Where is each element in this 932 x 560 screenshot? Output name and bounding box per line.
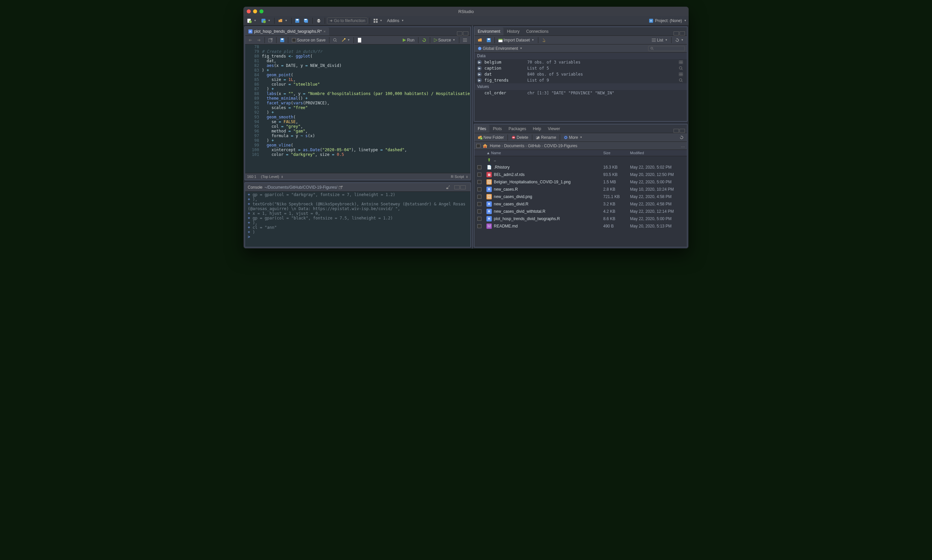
delete-button[interactable]: Delete: [510, 134, 529, 140]
env-item[interactable]: ▶dat840 obs. of 5 variables: [474, 71, 687, 77]
code-tools-button[interactable]: ▼: [340, 37, 351, 43]
scope-selector[interactable]: (Top Level) ⇕: [261, 175, 284, 178]
maximize-window-icon[interactable]: [259, 9, 264, 13]
breadcrumb-item[interactable]: Documents: [504, 143, 525, 148]
file-row[interactable]: R plot_hosp_trends_divid_twographs.R8.6 …: [474, 215, 687, 223]
select-all-checkbox[interactable]: [476, 144, 480, 148]
file-type-selector[interactable]: R Script ⇕: [451, 175, 468, 178]
expand-icon[interactable]: ▶: [477, 72, 482, 77]
file-checkbox[interactable]: [477, 172, 481, 177]
addins-dropdown[interactable]: Addins▼: [385, 17, 406, 24]
close-window-icon[interactable]: [247, 9, 251, 13]
tab-viewer[interactable]: Viewer: [544, 125, 563, 133]
save-file-button[interactable]: [279, 37, 285, 43]
clear-workspace-button[interactable]: [541, 37, 548, 43]
file-row[interactable]: R new_cases_divid.R3.2 KBMay 22, 2020, 4…: [474, 200, 687, 208]
breadcrumb-item[interactable]: Home: [490, 143, 500, 148]
view-mode-selector[interactable]: List▼: [650, 37, 669, 43]
save-workspace-button[interactable]: [485, 37, 492, 43]
expand-icon[interactable]: ▶: [477, 60, 482, 65]
save-all-button[interactable]: [302, 18, 310, 24]
file-row[interactable]: ▦ BEL_adm2.sf.rds93.5 KBMay 20, 2020, 12…: [474, 171, 687, 178]
rerun-button[interactable]: [421, 37, 427, 43]
window-controls[interactable]: [247, 9, 264, 13]
clear-console-icon[interactable]: [446, 185, 450, 190]
env-search-input[interactable]: [648, 46, 685, 51]
import-dataset-button[interactable]: Import Dataset▼: [497, 37, 535, 43]
tab-help[interactable]: Help: [529, 125, 545, 133]
file-checkbox[interactable]: [477, 187, 481, 191]
console-output[interactable]: + gp = gpar(col = "darkgray", fontsize =…: [245, 192, 471, 247]
breadcrumb-item[interactable]: GitHub: [528, 143, 540, 148]
minimize-files-icon[interactable]: [674, 129, 679, 133]
source-on-save-toggle[interactable]: Source on Save: [290, 37, 327, 43]
refresh-files-button[interactable]: [678, 135, 685, 140]
file-row[interactable]: R new_cases_divid_withtotal.R4.2 KBMay 2…: [474, 208, 687, 215]
goto-file-function[interactable]: Go to file/function: [327, 17, 367, 24]
save-button[interactable]: [293, 18, 301, 24]
new-folder-button[interactable]: +New Folder: [476, 134, 505, 140]
minimize-pane-icon[interactable]: [457, 31, 462, 35]
close-tab-icon[interactable]: ×: [323, 29, 326, 34]
inspect-icon[interactable]: [679, 66, 684, 70]
project-menu[interactable]: R Project: (None)▼: [649, 18, 687, 23]
file-row[interactable]: 📄 .Rhistory16.3 KBMay 22, 2020, 5:02 PM: [474, 163, 687, 171]
inspect-icon[interactable]: [679, 78, 684, 82]
file-checkbox[interactable]: [477, 195, 481, 199]
find-replace-button[interactable]: [332, 37, 338, 43]
tab-history[interactable]: History: [503, 28, 523, 35]
rename-button[interactable]: Rename: [535, 134, 557, 140]
view-data-icon[interactable]: [679, 60, 684, 64]
maximize-files-icon[interactable]: [680, 129, 685, 133]
expand-icon[interactable]: ▶: [477, 66, 482, 71]
col-name-header[interactable]: ▲ Name: [485, 151, 603, 155]
code-editor[interactable]: 7879# Create plot in dutch/fr80fig_trend…: [245, 45, 471, 173]
source-tab[interactable]: R plot_hosp_trends_divid_twographs.R* ×: [245, 28, 329, 35]
minimize-window-icon[interactable]: [253, 9, 257, 13]
tab-files[interactable]: Files: [474, 125, 489, 133]
refresh-env-button[interactable]: ▼: [674, 37, 685, 43]
maximize-console-icon[interactable]: [460, 185, 466, 189]
col-modified-header[interactable]: Modified: [630, 151, 687, 155]
breadcrumb-more-icon[interactable]: …: [681, 143, 685, 148]
load-workspace-button[interactable]: [476, 37, 484, 43]
minimize-console-icon[interactable]: [454, 185, 460, 189]
file-checkbox[interactable]: [477, 224, 481, 228]
env-item[interactable]: ▶captionList of 5: [474, 65, 687, 71]
new-file-button[interactable]: +▼: [245, 17, 258, 24]
file-row[interactable]: 🖼 new_cases_divid.png721.1 KBMay 22, 202…: [474, 193, 687, 200]
print-button[interactable]: [315, 18, 323, 24]
expand-icon[interactable]: ▶: [477, 78, 482, 83]
breadcrumb-item[interactable]: COVID-19-Figures: [544, 143, 577, 148]
run-button[interactable]: Run: [401, 37, 416, 43]
file-row[interactable]: 🖼 Belgian_Hospitalisations_COVID-19_1.pn…: [474, 178, 687, 186]
show-in-new-window-button[interactable]: [267, 37, 274, 43]
env-item[interactable]: col_orderchr [1:3] "DATE" "PROVINCE" "NE…: [474, 90, 687, 96]
maximize-pane-icon[interactable]: [463, 31, 468, 35]
file-checkbox[interactable]: [477, 165, 481, 169]
file-checkbox[interactable]: [477, 209, 481, 214]
outline-button[interactable]: [461, 37, 468, 43]
file-row[interactable]: R new_cases.R2.8 KBMay 10, 2020, 10:24 P…: [474, 186, 687, 193]
tab-connections[interactable]: Connections: [523, 28, 552, 35]
env-item[interactable]: ▶belgium70 obs. of 3 variables: [474, 59, 687, 65]
home-icon[interactable]: [482, 143, 488, 148]
env-item[interactable]: ▶fig_trendsList of 9: [474, 77, 687, 83]
compile-report-button[interactable]: [356, 37, 363, 43]
maximize-env-icon[interactable]: [680, 31, 685, 35]
minimize-env-icon[interactable]: [674, 31, 679, 35]
tab-packages[interactable]: Packages: [505, 125, 529, 133]
addins-grid-button[interactable]: ▼: [372, 18, 384, 24]
nav-back-button[interactable]: [247, 38, 254, 43]
view-data-icon[interactable]: [679, 72, 684, 76]
open-file-button[interactable]: ▼: [276, 18, 289, 24]
env-scope-selector[interactable]: Global Environment▼: [476, 46, 523, 52]
tab-plots[interactable]: Plots: [489, 125, 505, 133]
file-up-row[interactable]: ⬆..: [474, 156, 687, 163]
source-button[interactable]: Source▼: [432, 37, 457, 43]
file-checkbox[interactable]: [477, 202, 481, 206]
file-checkbox[interactable]: [477, 180, 481, 184]
file-checkbox[interactable]: [477, 217, 481, 221]
col-size-header[interactable]: Size: [603, 151, 630, 155]
more-button[interactable]: More▼: [562, 134, 583, 140]
